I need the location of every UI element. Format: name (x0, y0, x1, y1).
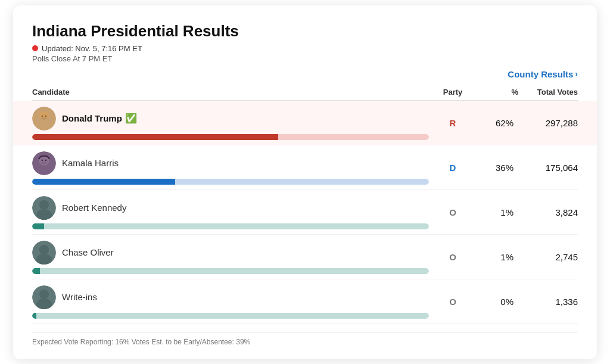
votes-cell: 297,288 (518, 118, 578, 128)
svg-point-5 (45, 115, 46, 116)
avatar (32, 151, 56, 175)
bar-fill (32, 223, 44, 229)
party-cell: O (429, 252, 477, 262)
pct-cell: 1% (477, 207, 518, 217)
votes-cell: 1,336 (518, 297, 578, 307)
bar-background (36, 313, 429, 319)
candidate-info: Write-ins (32, 285, 429, 309)
candidate-name: Kamala Harris (62, 158, 119, 168)
vote-bar (32, 268, 429, 274)
votes-cell: 175,064 (518, 163, 578, 173)
party-cell: R (429, 118, 477, 128)
svg-point-3 (39, 112, 49, 118)
bar-background (278, 134, 429, 140)
candidate-left: Donald Trump ✅ (32, 107, 429, 140)
candidate-left: Robert Kennedy (32, 196, 429, 229)
candidate-left: Chase Oliver (32, 241, 429, 274)
table-row: Write-ins O 0% 1,336 (32, 279, 578, 324)
candidate-info: Chase Oliver (32, 241, 429, 265)
bar-fill (32, 268, 40, 274)
footer-note: Expected Vote Reporting: 16% Votes Est. … (32, 332, 578, 346)
candidate-left: Write-ins (32, 285, 429, 319)
svg-point-10 (45, 159, 46, 160)
candidate-name: Robert Kennedy (62, 203, 126, 213)
candidate-info: Kamala Harris (32, 151, 429, 175)
bar-background (40, 268, 429, 274)
svg-point-4 (42, 115, 43, 116)
party-cell: O (429, 207, 477, 217)
bar-background (44, 223, 429, 229)
avatar (32, 241, 56, 265)
chevron-right-icon: › (575, 69, 578, 79)
col-header-party: Party (429, 88, 477, 97)
updated-label: Updated: Nov. 5, 7:16 PM ET (42, 44, 142, 53)
county-results-link[interactable]: County Results › (508, 69, 578, 79)
vote-bar (32, 179, 429, 185)
candidate-name: Donald Trump ✅ (62, 113, 137, 124)
winner-check-icon: ✅ (125, 113, 137, 124)
updated-row: Updated: Nov. 5, 7:16 PM ET (32, 44, 578, 53)
bar-fill (32, 179, 175, 185)
table-row: Kamala Harris D 36% 175,064 (32, 145, 578, 190)
col-header-pct: % (477, 88, 518, 97)
live-indicator (32, 45, 38, 51)
page-title: Indiana Presidential Results (32, 22, 578, 41)
vote-bar (32, 223, 429, 229)
vote-bar (32, 313, 429, 319)
candidate-name: Write-ins (62, 292, 97, 302)
bar-fill (32, 313, 36, 319)
party-cell: O (429, 297, 477, 307)
pct-cell: 36% (477, 163, 518, 173)
bar-fill (32, 134, 278, 140)
svg-point-12 (39, 200, 49, 210)
table-row: Chase Oliver O 1% 2,745 (32, 235, 578, 279)
svg-point-18 (39, 290, 49, 299)
avatar (32, 196, 56, 220)
votes-cell: 3,824 (518, 207, 578, 217)
results-card: Indiana Presidential Results Updated: No… (13, 5, 597, 359)
candidate-info: Donald Trump ✅ (32, 107, 429, 130)
vote-bar (32, 134, 429, 140)
col-header-votes: Total Votes (518, 88, 578, 97)
svg-point-9 (42, 159, 43, 160)
candidate-info: Robert Kennedy (32, 196, 429, 220)
county-results-text: County Results (508, 69, 573, 79)
pct-cell: 0% (477, 297, 518, 307)
bar-background (175, 179, 429, 185)
col-header-candidate: Candidate (32, 88, 429, 97)
table-row: Donald Trump ✅ R 62% 297,288 (13, 101, 597, 145)
svg-point-15 (39, 245, 49, 254)
header-row: County Results › (32, 69, 578, 79)
candidates-list: Donald Trump ✅ R 62% 297,288 Kamala Ha (32, 101, 578, 324)
polls-close-label: Polls Close At 7 PM ET (32, 54, 578, 63)
avatar (32, 107, 56, 130)
pct-cell: 62% (477, 118, 518, 128)
candidate-name: Chase Oliver (62, 247, 114, 257)
candidate-left: Kamala Harris (32, 151, 429, 185)
column-headers: Candidate Party % Total Votes (32, 88, 578, 101)
pct-cell: 1% (477, 252, 518, 262)
party-cell: D (429, 163, 477, 173)
table-row: Robert Kennedy O 1% 3,824 (32, 190, 578, 235)
avatar (32, 285, 56, 309)
votes-cell: 2,745 (518, 252, 578, 262)
